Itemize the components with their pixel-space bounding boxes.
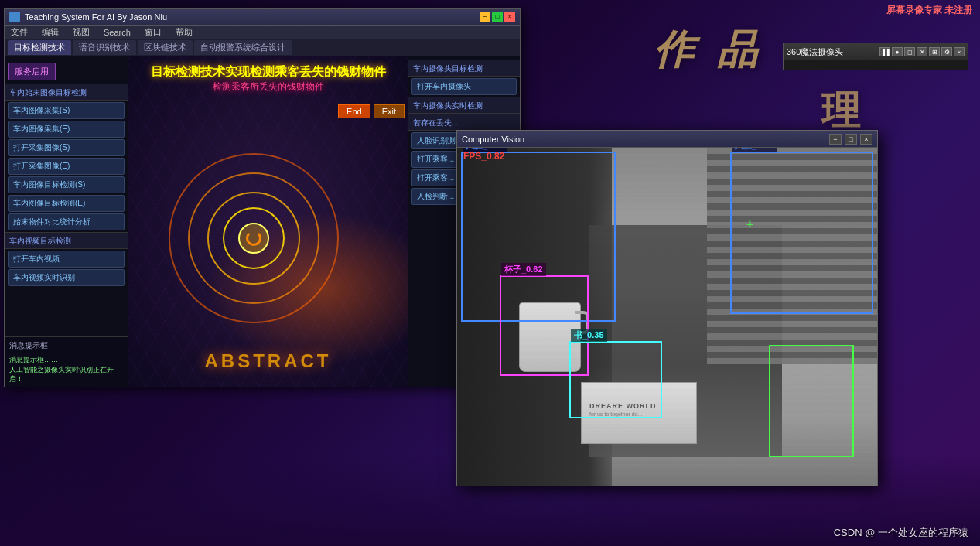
sidebar-section1-title: 车内始末图像目标检测 [5,84,128,101]
main-content: 服务启用 车内始末图像目标检测 车内图像采集(S) 车内图像采集(E) 打开采集… [5,56,520,387]
sidebar-btn-open-cam[interactable]: 打开车内摄像头 [411,78,517,95]
sidebar-section2-title: 车内视频目标检测 [5,232,128,249]
menu-help[interactable]: 帮助 [172,26,196,38]
book-text: DREARE WORLD [589,402,657,410]
center-title-main: 目标检测技术实现检测乘客丢失的钱财物件 [128,64,408,80]
sidebar-btn-detect-e[interactable]: 车内图像目标检测(E) [8,195,125,212]
tab-detection[interactable]: 目标检测技术 [8,40,71,55]
main-app-window: Teaching System For AI By Jason Niu − □ … [4,8,521,387]
close-button[interactable]: × [504,12,515,22]
cv-window-controls: − □ × [829,134,872,145]
cv-window: Computer Vision − □ × DREARE WORLD for u… [456,130,878,486]
cam360-pause[interactable]: ▐▐ [879,47,890,56]
cam360-window: 360魔法摄像头 ▐▐ ● ◻ ✕ ⊞ ⚙ × [783,43,968,70]
minimize-button[interactable]: − [480,12,490,22]
cv-maximize[interactable]: □ [845,134,857,145]
main-titlebar: Teaching System For AI By Jason Niu − □ … [5,9,520,26]
message-line1: 消息提示框…… [9,355,123,365]
center-area: 目标检测技术实现检测乘客丢失的钱财物件 检测乘客所丢失的钱财物件 End Exi… [128,56,408,387]
message-title: 消息提示框 [9,340,123,353]
cv-window-title: Computer Vision [462,135,524,144]
crosshair-icon: + [746,217,753,231]
deco-zuopin: 作 品 [654,23,763,77]
abstract-text: ABSTRACT [205,350,332,372]
menu-search[interactable]: Search [101,28,134,37]
cam360-chat[interactable]: ◻ [904,47,915,56]
sidebar-btn-collect-e[interactable]: 车内图像采集(E) [8,121,125,138]
watermark-bottom: CSDN @ 一个处女座的程序猿 [834,526,968,540]
window-controls: − □ × [480,12,515,22]
menu-window[interactable]: 窗口 [142,26,165,38]
app-title: Teaching System For AI By Jason Niu [25,12,167,22]
menu-view[interactable]: 视图 [70,26,93,38]
sidebar-btn-open-s[interactable]: 打开采集图像(S) [8,139,125,156]
right-section3-title: 若存在丢失... [408,114,520,131]
action-buttons: End Exit [338,104,405,118]
cam360-toolbar [784,60,968,70]
cam360-settings[interactable]: ⚙ [941,47,952,56]
left-sidebar: 服务启用 车内始末图像目标检测 车内图像采集(S) 车内图像采集(E) 打开采集… [5,56,128,387]
cup-object [519,302,581,372]
fps-label: FPS_0.82 [463,151,504,162]
right-person-shirt [707,148,877,364]
service-enable-button[interactable]: 服务启用 [8,63,56,80]
cv-titlebar: Computer Vision − □ × [457,131,877,148]
cam360-titlebar: 360魔法摄像头 ▐▐ ● ◻ ✕ ⊞ ⚙ × [784,43,968,60]
center-title-block: 目标检测技术实现检测乘客丢失的钱财物件 检测乘客所丢失的钱财物件 [128,64,408,94]
sidebar-btn-realtime-detect[interactable]: 车内视频实时识别 [8,269,125,286]
app-icon [9,12,20,22]
menu-bar: 文件 编辑 视图 Search 窗口 帮助 [5,26,520,39]
book-object: DREARE WORLD for us to together do... [581,382,697,444]
tab-voice[interactable]: 语音识别技术 [73,40,136,55]
deco-right-1: 理 [821,85,860,137]
camera-feed: DREARE WORLD for us to together do... 人脸… [457,148,877,486]
sidebar-btn-detect-s[interactable]: 车内图像目标检测(S) [8,176,125,193]
watermark-top: 屏幕录像专家 未注册 [886,4,972,17]
book-text2: for us to together do... [589,411,643,417]
right-section2-title: 车内摄像头实时检测 [408,97,520,114]
sidebar-btn-analyze[interactable]: 始末物件对比统计分析 [8,213,125,230]
cv-close[interactable]: × [860,134,872,145]
tab-alarm[interactable]: 自动报警系统综合设计 [194,40,292,55]
cup-handle [575,311,589,334]
exit-button[interactable]: Exit [374,104,405,118]
cam360-screen[interactable]: ⊞ [929,47,940,56]
detection-box-phone [769,345,854,457]
message-box: 消息提示框 消息提示框…… 人工智能之摄像头实时识别正在开启！ [5,336,128,387]
cv-minimize[interactable]: − [829,134,842,145]
message-line2: 人工智能之摄像头实时识别正在开启！ [9,365,123,384]
menu-edit[interactable]: 编辑 [39,26,62,38]
nav-tabs: 目标检测技术 语音识别技术 区块链技术 自动报警系统综合设计 [5,39,520,56]
sidebar-btn-collect-s[interactable]: 车内图像采集(S) [8,102,125,119]
maximize-button[interactable]: □ [492,12,503,22]
cam360-title: 360魔法摄像头 [787,46,843,58]
sidebar-btn-open-video[interactable]: 打开车内视频 [8,251,125,268]
title-left: Teaching System For AI By Jason Niu [9,12,167,22]
end-button[interactable]: End [338,104,370,118]
sidebar-btn-open-e[interactable]: 打开采集图像(E) [8,158,125,175]
right-section1-title: 车内摄像头目标检测 [408,60,520,77]
cam360-record[interactable]: ● [892,47,903,56]
cam360-mute[interactable]: ✕ [917,47,927,56]
cam360-close[interactable]: × [954,47,965,56]
menu-file[interactable]: 文件 [8,26,31,38]
tab-blockchain[interactable]: 区块链技术 [138,40,193,55]
power-icon [246,230,261,246]
center-title-sub: 检测乘客所丢失的钱财物件 [128,80,408,94]
cam360-controls: ▐▐ ● ◻ ✕ ⊞ ⚙ × [879,47,965,56]
